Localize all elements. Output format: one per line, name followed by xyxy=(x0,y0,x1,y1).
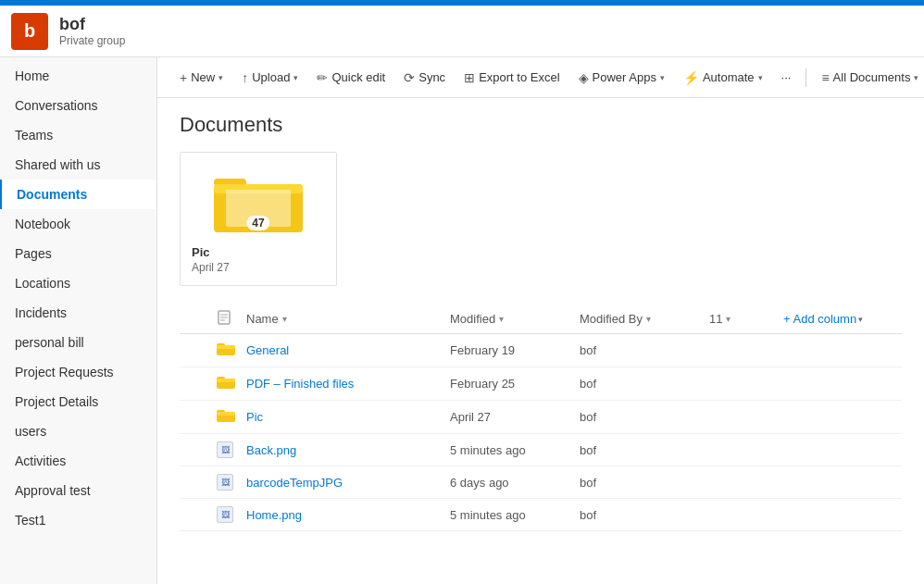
sidebar-item-teams[interactable]: Teams xyxy=(0,120,156,150)
row-modified: February 25 xyxy=(450,377,580,391)
all-docs-button[interactable]: ≡ All Documents ▾ xyxy=(814,67,924,89)
svg-rect-10 xyxy=(217,345,235,349)
upload-label: Upload xyxy=(252,70,290,84)
col11-sort-icon: ▾ xyxy=(726,314,730,324)
sidebar-item-test1[interactable]: Test1 xyxy=(0,505,156,535)
upload-button[interactable]: ↑ Upload ▾ xyxy=(234,67,306,89)
file-header-icon xyxy=(217,310,231,325)
row-modified: 5 minutes ago xyxy=(450,508,580,522)
row-icon xyxy=(217,342,246,359)
site-subtitle: Private group xyxy=(59,34,125,47)
site-icon: b xyxy=(11,13,48,50)
sidebar-item-incidents[interactable]: Incidents xyxy=(0,298,156,328)
modified-sort-icon: ▾ xyxy=(499,314,504,324)
modified-header-label: Modified xyxy=(450,312,495,326)
automate-icon: ⚡ xyxy=(683,70,699,85)
sidebar-item-locations[interactable]: Locations xyxy=(0,268,156,298)
edit-icon: ✏ xyxy=(317,70,328,85)
file-list-header: Name ▾ Modified ▾ Modified By ▾ 11 ▾ xyxy=(180,304,902,334)
site-name: bof xyxy=(59,15,125,34)
col-icon-header xyxy=(217,310,246,328)
file-list: Name ▾ Modified ▾ Modified By ▾ 11 ▾ xyxy=(180,304,902,531)
sidebar-item-home[interactable]: Home xyxy=(0,61,156,91)
row-name: General xyxy=(246,343,450,357)
row-icon: 🖼 xyxy=(217,441,246,458)
file-row[interactable]: 🖼 Home.png 5 minutes ago bof xyxy=(180,499,902,531)
power-apps-button[interactable]: ◈ Power Apps ▾ xyxy=(571,67,672,89)
automate-button[interactable]: ⚡ Automate ▾ xyxy=(676,67,770,89)
new-label: New xyxy=(191,70,215,84)
sidebar-item-shared-with-us[interactable]: Shared with us xyxy=(0,150,156,180)
row-modby: bof xyxy=(580,476,709,490)
power-apps-icon: ◈ xyxy=(579,70,589,85)
col-modified-header[interactable]: Modified ▾ xyxy=(450,312,580,326)
row-modby: bof xyxy=(580,410,709,424)
modby-sort-icon: ▾ xyxy=(646,314,651,324)
all-docs-chevron-icon: ▾ xyxy=(914,73,918,82)
export-button[interactable]: ⊞ Export to Excel xyxy=(456,67,567,89)
sidebar-item-project-details[interactable]: Project Details xyxy=(0,387,156,416)
folder-card-date: April 27 xyxy=(192,261,325,274)
sidebar-item-activities[interactable]: Activities xyxy=(0,446,156,476)
row-modified: 6 days ago xyxy=(450,476,580,490)
name-sort-icon: ▾ xyxy=(282,314,287,324)
col11-header-label: 11 xyxy=(709,312,722,326)
sidebar-item-documents[interactable]: Documents xyxy=(0,180,156,209)
col-modby-header[interactable]: Modified By ▾ xyxy=(580,312,709,326)
row-icon: 🖼 xyxy=(217,474,246,491)
quick-edit-button[interactable]: ✏ Quick edit xyxy=(309,67,393,89)
power-apps-chevron-icon: ▾ xyxy=(660,73,665,82)
sidebar-item-approval-test[interactable]: Approval test xyxy=(0,476,156,505)
new-button[interactable]: + New ▾ xyxy=(172,67,231,89)
svg-rect-13 xyxy=(217,379,235,382)
row-icon xyxy=(217,375,246,392)
documents-area: Documents xyxy=(157,98,924,546)
sidebar-item-notebook[interactable]: Notebook xyxy=(0,209,156,239)
quick-edit-label: Quick edit xyxy=(331,70,385,84)
row-modified: April 27 xyxy=(450,410,580,424)
sidebar-item-pages[interactable]: Pages xyxy=(0,239,156,268)
row-modified: February 19 xyxy=(450,343,580,357)
new-chevron-icon: ▾ xyxy=(219,73,223,82)
sync-label: Sync xyxy=(418,70,445,84)
sync-button[interactable]: ⟳ Sync xyxy=(396,67,453,89)
folder-card-pic[interactable]: 47 Pic April 27 xyxy=(180,152,337,286)
folder-icon-container: 47 xyxy=(212,164,305,238)
sidebar: HomeConversationsTeamsShared with usDocu… xyxy=(0,57,157,584)
col-11-header[interactable]: 11 ▾ xyxy=(709,312,783,326)
file-row[interactable]: General February 19 bof xyxy=(180,334,902,367)
sidebar-item-users[interactable]: users xyxy=(0,416,156,446)
export-label: Export to Excel xyxy=(479,70,559,84)
file-row[interactable]: 🖼 Back.png 5 minutes ago bof xyxy=(180,434,902,466)
row-name: Home.png xyxy=(246,508,450,522)
toolbar-right: ≡ All Documents ▾ xyxy=(802,67,924,89)
toolbar: + New ▾ ↑ Upload ▾ ✏ Quick edit ⟳ Sync ⊞… xyxy=(157,57,924,98)
sidebar-item-personal-bill[interactable]: personal bill xyxy=(0,328,156,357)
file-row[interactable]: 🖼 barcodeTempJPG 6 days ago bof xyxy=(180,466,902,499)
row-modby: bof xyxy=(580,377,709,391)
toolbar-divider xyxy=(805,68,806,87)
sidebar-item-conversations[interactable]: Conversations xyxy=(0,91,156,120)
excel-icon: ⊞ xyxy=(464,70,475,85)
file-row[interactable]: Pic April 27 bof xyxy=(180,401,902,434)
app-title: bof Private group xyxy=(59,15,125,47)
file-rows-container: General February 19 bof PDF – Finished f… xyxy=(180,334,902,531)
app-header: b bof Private group xyxy=(0,6,924,57)
sidebar-item-project-requests[interactable]: Project Requests xyxy=(0,357,156,387)
add-column-label: + Add column xyxy=(783,312,856,326)
file-row[interactable]: PDF – Finished files February 25 bof xyxy=(180,367,902,401)
add-column-button[interactable]: + Add column ▾ xyxy=(783,312,894,326)
row-modified: 5 minutes ago xyxy=(450,443,580,457)
upload-icon: ↑ xyxy=(242,70,248,85)
automate-label: Automate xyxy=(703,70,755,84)
documents-title: Documents xyxy=(180,113,902,137)
add-column-chevron-icon: ▾ xyxy=(858,315,863,324)
row-name: PDF – Finished files xyxy=(246,377,450,391)
power-apps-label: Power Apps xyxy=(593,70,656,84)
sync-icon: ⟳ xyxy=(404,70,415,85)
name-header-label: Name xyxy=(246,312,279,326)
row-name: barcodeTempJPG xyxy=(246,476,450,490)
col-name-header[interactable]: Name ▾ xyxy=(246,312,450,326)
automate-chevron-icon: ▾ xyxy=(758,73,763,82)
more-button[interactable]: ··· xyxy=(774,67,799,88)
